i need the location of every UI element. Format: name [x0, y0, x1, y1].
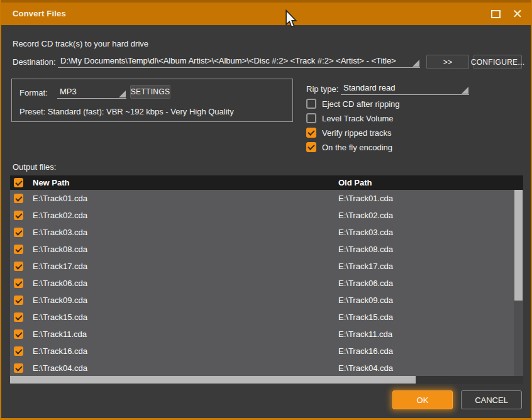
chevron-down-icon [462, 87, 468, 94]
format-groupbox: Format: MP3 SETTINGS Preset: Standard (f… [11, 79, 293, 122]
table-rows: E:\Track01.cdaE:\Track01.cdaE:\Track02.c… [10, 190, 514, 376]
rip-option-label: Eject CD after ripping [322, 99, 400, 109]
row-old-path: E:\Track04.cda [338, 363, 393, 373]
chevron-down-icon [413, 60, 419, 67]
row-old-path: E:\Track06.cda [338, 279, 393, 288]
rip-option[interactable]: Eject CD after ripping [306, 98, 400, 109]
destination-label: Destination: [13, 57, 56, 67]
window-title: Convert Files [13, 3, 66, 25]
rip-option[interactable]: Verify ripped tracks [306, 127, 392, 138]
format-combobox[interactable]: MP3 [57, 86, 126, 99]
rip-option-label: Level Track Volume [322, 114, 393, 123]
row-old-path: E:\Track15.cda [338, 312, 393, 322]
row-new-path: E:\Track09.cda [33, 296, 87, 305]
row-checkbox[interactable] [14, 262, 23, 271]
maximize-icon [491, 10, 501, 18]
row-checkbox[interactable] [14, 211, 23, 220]
row-checkbox[interactable] [14, 194, 23, 203]
column-header-old-path: Old Path [338, 178, 372, 187]
row-new-path: E:\Track02.cda [33, 211, 87, 220]
row-old-path: E:\Track09.cda [338, 296, 393, 305]
rip-type-label: Rip type: [306, 84, 338, 94]
mouse-cursor-icon [284, 9, 298, 31]
close-icon: ✕ [513, 8, 523, 20]
row-checkbox[interactable] [14, 245, 23, 254]
close-button[interactable]: ✕ [507, 3, 528, 25]
row-new-path: E:\Track17.cda [33, 262, 87, 271]
destination-value: D:\My Documents\Temp\dl\<Album Artist>\<… [58, 56, 396, 65]
rip-option[interactable]: Level Track Volume [306, 113, 393, 124]
table-row[interactable]: E:\Track11.cdaE:\Track11.cda [10, 326, 514, 343]
chevron-down-icon [119, 91, 126, 97]
rip-option[interactable]: On the fly encoding [306, 141, 392, 153]
rip-option-label: On the fly encoding [322, 143, 392, 152]
format-value: MP3 [57, 87, 77, 96]
table-row[interactable]: E:\Track08.cdaE:\Track08.cda [10, 241, 514, 258]
format-preset-text: Preset: Standard (fast): VBR ~192 kbps -… [19, 107, 234, 116]
row-new-path: E:\Track01.cda [33, 194, 87, 203]
rip-option-checkbox[interactable] [306, 99, 316, 109]
convert-files-dialog: Convert Files ✕ Record CD track(s) to yo… [0, 0, 532, 420]
row-old-path: E:\Track16.cda [338, 346, 393, 356]
row-checkbox[interactable] [14, 312, 23, 322]
format-label: Format: [19, 88, 48, 97]
settings-button[interactable]: SETTINGS [130, 85, 170, 99]
row-checkbox[interactable] [14, 363, 23, 373]
row-old-path: E:\Track08.cda [338, 245, 393, 254]
row-new-path: E:\Track11.cda [33, 329, 87, 339]
row-old-path: E:\Track03.cda [338, 228, 393, 237]
ok-button[interactable]: OK [392, 390, 453, 409]
table-row[interactable]: E:\Track06.cdaE:\Track06.cda [10, 275, 514, 292]
row-new-path: E:\Track16.cda [33, 346, 87, 356]
row-old-path: E:\Track11.cda [338, 329, 392, 339]
table-row[interactable]: E:\Track04.cdaE:\Track04.cda [10, 360, 514, 376]
row-new-path: E:\Track08.cda [33, 245, 87, 254]
maximize-button[interactable] [486, 3, 505, 25]
table-row[interactable]: E:\Track09.cdaE:\Track09.cda [10, 292, 514, 309]
rip-option-checkbox[interactable] [306, 128, 316, 138]
row-checkbox[interactable] [14, 228, 23, 237]
table-row[interactable]: E:\Track15.cdaE:\Track15.cda [10, 309, 514, 326]
configure-button[interactable]: CONFIGURE... [474, 55, 522, 69]
window-border-left [0, 0, 1, 420]
row-checkbox[interactable] [14, 296, 23, 305]
rip-option-checkbox[interactable] [306, 113, 316, 123]
table-header: New Path Old Path [10, 175, 523, 190]
rip-option-label: Verify ripped tracks [322, 128, 392, 138]
cancel-button[interactable]: CANCEL [461, 390, 522, 409]
output-files-label: Output files: [13, 162, 56, 172]
table-row[interactable]: E:\Track02.cdaE:\Track02.cda [10, 207, 514, 224]
row-new-path: E:\Track03.cda [33, 228, 87, 237]
rip-option-checkbox[interactable] [306, 142, 316, 152]
rip-type-combobox[interactable]: Standard read [341, 82, 469, 95]
horizontal-scrollbar-thumb[interactable] [10, 376, 416, 384]
vertical-scrollbar-thumb[interactable] [514, 190, 523, 301]
row-old-path: E:\Track02.cda [338, 211, 393, 220]
table-row[interactable]: E:\Track01.cdaE:\Track01.cda [10, 190, 514, 207]
row-new-path: E:\Track15.cda [33, 312, 87, 322]
row-new-path: E:\Track04.cda [33, 363, 87, 373]
row-checkbox[interactable] [14, 346, 23, 356]
title-bar[interactable]: Convert Files ✕ [0, 0, 532, 25]
destination-expand-button[interactable]: >> [426, 55, 469, 69]
row-checkbox[interactable] [14, 329, 23, 339]
row-new-path: E:\Track06.cda [33, 279, 87, 288]
table-row[interactable]: E:\Track03.cdaE:\Track03.cda [10, 224, 514, 241]
rip-type-value: Standard read [341, 83, 395, 92]
row-old-path: E:\Track17.cda [338, 262, 393, 271]
vertical-scrollbar[interactable] [514, 190, 523, 376]
output-files-table: New Path Old Path E:\Track01.cdaE:\Track… [10, 175, 523, 384]
column-header-new-path: New Path [33, 178, 70, 187]
row-checkbox[interactable] [14, 279, 23, 288]
row-old-path: E:\Track01.cda [338, 194, 393, 203]
destination-combobox[interactable]: D:\My Documents\Temp\dl\<Album Artist>\<… [58, 55, 420, 68]
intro-text: Record CD track(s) to your hard drive [13, 39, 148, 48]
select-all-checkbox[interactable] [14, 178, 23, 187]
horizontal-scrollbar[interactable] [10, 376, 523, 384]
table-row[interactable]: E:\Track17.cdaE:\Track17.cda [10, 258, 514, 275]
table-row[interactable]: E:\Track16.cdaE:\Track16.cda [10, 343, 514, 360]
